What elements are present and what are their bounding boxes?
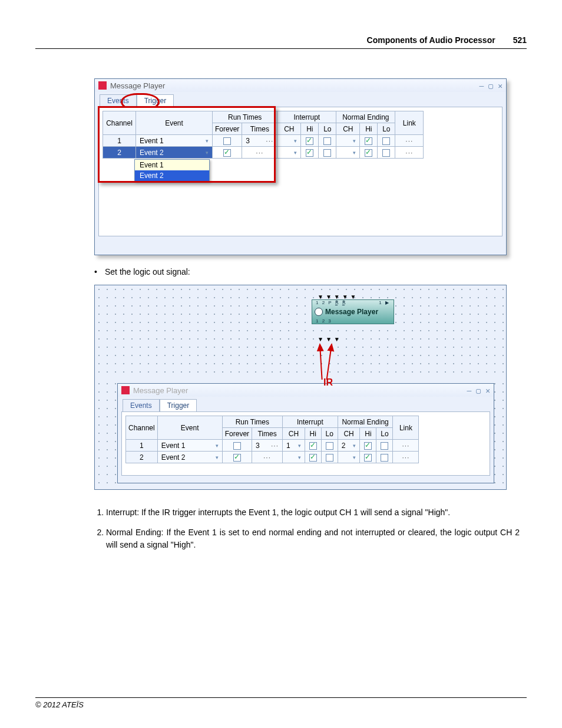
link-button[interactable]: ··· bbox=[395, 147, 424, 159]
times-value: ··· bbox=[256, 149, 263, 157]
ne-hi-checkbox[interactable] bbox=[360, 135, 378, 147]
times-input[interactable]: ··· bbox=[242, 147, 277, 159]
figure-logic-out: 1 2 P R̲ R̲1 ▶ Message Player 1 2 3 Mess… bbox=[94, 285, 507, 490]
section-title: Components of Audio Processor bbox=[367, 35, 495, 45]
chevron-down-icon bbox=[348, 149, 356, 157]
event-select[interactable]: Event 2 bbox=[136, 147, 213, 159]
event-select[interactable]: Event 1 bbox=[157, 440, 222, 452]
col-event: Event bbox=[136, 111, 213, 135]
dropdown-option[interactable]: Event 1 bbox=[135, 160, 209, 170]
col-channel: Channel bbox=[103, 111, 136, 135]
col-int-lo: Lo bbox=[321, 428, 338, 440]
times-input[interactable]: 3··· bbox=[242, 135, 277, 147]
int-lo-checkbox[interactable] bbox=[321, 440, 338, 452]
page-footer: © 2012 ATEÏS bbox=[35, 697, 527, 709]
chevron-down-icon bbox=[348, 442, 356, 450]
col-ne-ch: CH bbox=[338, 428, 360, 440]
col-int-hi: Hi bbox=[301, 123, 319, 135]
tab-trigger[interactable]: Trigger bbox=[137, 94, 174, 107]
int-hi-checkbox[interactable] bbox=[305, 452, 321, 463]
int-ch-select[interactable]: 1 bbox=[283, 440, 305, 452]
ne-hi-checkbox[interactable] bbox=[360, 147, 378, 159]
event-select[interactable]: Event 2 bbox=[157, 452, 222, 463]
link-button[interactable]: ··· bbox=[393, 440, 419, 452]
bullet-text: Set the logic out signal: bbox=[94, 267, 520, 276]
int-lo-checkbox[interactable] bbox=[321, 452, 338, 463]
ne-ch-select[interactable]: 2 bbox=[338, 440, 360, 452]
forever-checkbox[interactable] bbox=[222, 440, 252, 452]
message-player-window-top: Message Player – ▢ ✕ Events Trigger Chan… bbox=[94, 78, 507, 255]
link-button[interactable]: ··· bbox=[393, 452, 419, 463]
event-value: Event 2 bbox=[140, 149, 164, 157]
link-button[interactable]: ··· bbox=[395, 135, 424, 147]
ne-hi-checkbox[interactable] bbox=[360, 440, 376, 452]
col-times: Times bbox=[242, 123, 277, 135]
ne-ch-select[interactable] bbox=[336, 135, 360, 147]
close-button[interactable]: ✕ bbox=[485, 386, 490, 395]
message-player-window-bottom: Message Player – ▢ ✕ Events Trigger bbox=[117, 383, 494, 483]
col-ne-hi: Hi bbox=[360, 428, 376, 440]
design-canvas: 1 2 P R̲ R̲1 ▶ Message Player 1 2 3 bbox=[95, 285, 506, 380]
int-lo-checkbox[interactable] bbox=[319, 135, 336, 147]
titlebar: Message Player – ▢ ✕ bbox=[118, 384, 494, 397]
chevron-down-icon bbox=[200, 137, 209, 145]
col-ne-hi: Hi bbox=[360, 123, 378, 135]
table-row: 1 Event 1 3··· ··· bbox=[103, 135, 424, 147]
int-hi-checkbox[interactable] bbox=[305, 440, 321, 452]
minimize-button[interactable]: – bbox=[480, 81, 484, 90]
int-ch-select[interactable] bbox=[277, 147, 301, 159]
times-input[interactable]: 3··· bbox=[252, 440, 283, 452]
tab-trigger[interactable]: Trigger bbox=[160, 399, 197, 411]
block-label: Message Player bbox=[325, 308, 378, 316]
window-title: Message Player bbox=[133, 386, 467, 395]
app-icon bbox=[121, 386, 130, 394]
ne-hi-checkbox[interactable] bbox=[360, 452, 376, 463]
forever-checkbox[interactable] bbox=[213, 147, 242, 159]
block-icon bbox=[315, 308, 323, 316]
cell-channel: 1 bbox=[103, 135, 136, 147]
ne-ch-select[interactable] bbox=[336, 147, 360, 159]
forever-checkbox[interactable] bbox=[222, 452, 252, 463]
cell-channel: 2 bbox=[103, 147, 136, 159]
close-button[interactable]: ✕ bbox=[498, 81, 503, 90]
list-item: Normal Ending: If the Event 1 is set to … bbox=[106, 526, 520, 552]
forever-checkbox[interactable] bbox=[213, 135, 242, 147]
int-ch-select[interactable] bbox=[283, 452, 305, 463]
col-interrupt: Interrupt bbox=[283, 416, 338, 428]
ne-lo-checkbox[interactable] bbox=[376, 440, 393, 452]
chevron-down-icon bbox=[289, 137, 297, 145]
int-ch-select[interactable] bbox=[277, 135, 301, 147]
int-hi-checkbox[interactable] bbox=[301, 135, 319, 147]
maximize-button[interactable]: ▢ bbox=[488, 81, 493, 90]
int-lo-checkbox[interactable] bbox=[319, 147, 336, 159]
ne-ch-select[interactable] bbox=[338, 452, 360, 463]
times-input[interactable]: ··· bbox=[252, 452, 283, 463]
ir-annotation: IR bbox=[323, 377, 333, 388]
table-row: 1 Event 1 3··· 1 2 ··· bbox=[126, 440, 419, 452]
col-ne-lo: Lo bbox=[376, 428, 393, 440]
chevron-down-icon bbox=[293, 442, 301, 450]
event-select[interactable]: Event 1 bbox=[136, 135, 213, 147]
dropdown-option-selected[interactable]: Event 2 bbox=[135, 170, 209, 181]
maximize-button[interactable]: ▢ bbox=[476, 386, 481, 395]
ne-lo-checkbox[interactable] bbox=[378, 135, 395, 147]
col-forever: Forever bbox=[213, 123, 242, 135]
col-runtimes: Run Times bbox=[222, 416, 282, 428]
times-value: 3 bbox=[246, 137, 250, 145]
col-forever: Forever bbox=[222, 428, 252, 440]
col-normal: Normal Ending bbox=[336, 111, 395, 123]
block-bottom-labels: 1 2 3 bbox=[312, 318, 394, 324]
minimize-button[interactable]: – bbox=[467, 386, 472, 395]
col-normal: Normal Ending bbox=[338, 416, 393, 428]
tab-events[interactable]: Events bbox=[100, 94, 137, 107]
int-hi-checkbox[interactable] bbox=[301, 147, 319, 159]
tab-events[interactable]: Events bbox=[123, 399, 160, 411]
titlebar: Message Player – ▢ ✕ bbox=[95, 79, 506, 92]
col-link: Link bbox=[393, 416, 419, 440]
event-dropdown[interactable]: Event 1 Event 2 bbox=[134, 159, 210, 182]
message-player-block[interactable]: 1 2 P R̲ R̲1 ▶ Message Player 1 2 3 bbox=[312, 299, 394, 324]
ne-lo-checkbox[interactable] bbox=[376, 452, 393, 463]
event-value: Event 1 bbox=[140, 137, 164, 145]
ne-lo-checkbox[interactable] bbox=[378, 147, 395, 159]
col-times: Times bbox=[252, 428, 283, 440]
